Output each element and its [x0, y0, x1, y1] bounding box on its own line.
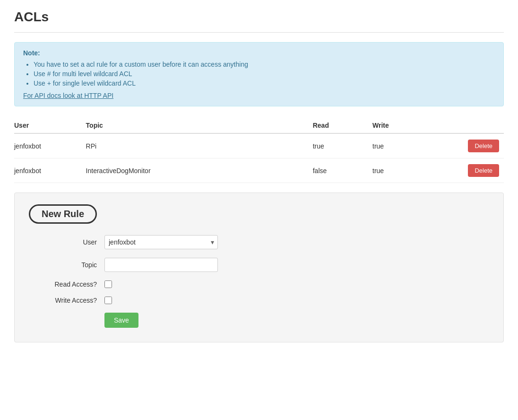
table-row: jenfoxbot InteractiveDogMonitor false tr…	[14, 158, 504, 183]
page-title: ACLs	[14, 9, 504, 25]
topic-label: Topic	[29, 261, 104, 269]
row1-delete-button[interactable]: Delete	[468, 140, 499, 152]
col-header-write: Write	[372, 118, 432, 133]
write-access-form-group: Write Access?	[29, 297, 489, 304]
title-divider	[14, 32, 504, 33]
save-button[interactable]: Save	[104, 313, 138, 328]
write-access-checkbox[interactable]	[104, 297, 112, 304]
row1-action: Delete	[432, 133, 504, 158]
acl-table-section: User Topic Read Write jenfoxbot RPi true…	[14, 118, 504, 183]
row2-action: Delete	[432, 158, 504, 183]
row2-read: false	[313, 158, 372, 183]
user-label: User	[29, 238, 104, 246]
read-access-form-group: Read Access?	[29, 280, 489, 288]
user-select-wrapper: jenfoxbot	[104, 235, 218, 249]
user-form-group: User jenfoxbot	[29, 235, 489, 249]
new-rule-title: New Rule	[29, 204, 97, 224]
user-select[interactable]: jenfoxbot	[104, 235, 218, 249]
write-access-label: Write Access?	[29, 297, 104, 304]
api-docs-link[interactable]: For API docs look at HTTP API	[23, 92, 113, 99]
row2-delete-button[interactable]: Delete	[468, 164, 499, 177]
acl-table: User Topic Read Write jenfoxbot RPi true…	[14, 118, 504, 183]
col-header-topic: Topic	[86, 118, 313, 133]
col-header-user: User	[14, 118, 86, 133]
read-access-checkbox[interactable]	[104, 280, 112, 288]
row2-write: true	[372, 158, 432, 183]
col-header-action	[432, 118, 504, 133]
note-title: Note:	[23, 49, 495, 57]
topic-input[interactable]	[104, 258, 218, 272]
note-item-2: Use # for multi level wildcard ACL	[34, 70, 495, 78]
row1-write: true	[372, 133, 432, 158]
table-header-row: User Topic Read Write	[14, 118, 504, 133]
note-item-3: Use + for single level wildcard ACL	[34, 79, 495, 87]
row1-topic: RPi	[86, 133, 313, 158]
table-row: jenfoxbot RPi true true Delete	[14, 133, 504, 158]
read-access-label: Read Access?	[29, 280, 104, 288]
col-header-read: Read	[313, 118, 372, 133]
row1-user: jenfoxbot	[14, 133, 86, 158]
row2-topic: InteractiveDogMonitor	[86, 158, 313, 183]
row1-read: true	[313, 133, 372, 158]
new-rule-section: New Rule User jenfoxbot Topic Read Acces…	[14, 192, 504, 342]
row2-user: jenfoxbot	[14, 158, 86, 183]
note-item-1: You have to set a acl rule for a custom …	[34, 61, 495, 68]
save-button-row: Save	[29, 313, 489, 328]
note-box: Note: You have to set a acl rule for a c…	[14, 42, 504, 106]
note-list: You have to set a acl rule for a custom …	[23, 61, 495, 87]
topic-form-group: Topic	[29, 258, 489, 272]
